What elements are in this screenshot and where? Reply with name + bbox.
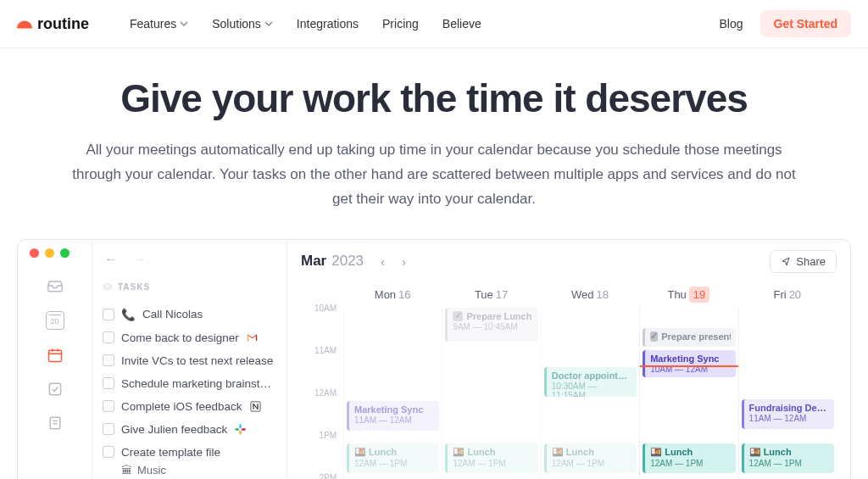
nav-features[interactable]: Features bbox=[130, 17, 188, 31]
gmail-icon bbox=[246, 331, 259, 344]
window-controls bbox=[30, 248, 70, 258]
task-checkbox[interactable] bbox=[103, 377, 114, 389]
slack-icon bbox=[234, 423, 247, 436]
event-marketing-sync[interactable]: Marketing Sync 10AM — 12AM bbox=[643, 350, 735, 377]
notes-icon[interactable] bbox=[47, 415, 64, 432]
window-close[interactable] bbox=[30, 248, 39, 258]
share-button[interactable]: Share bbox=[770, 250, 837, 273]
logo-icon bbox=[17, 19, 32, 29]
nav-integrations-label: Integrations bbox=[297, 17, 359, 31]
event-lunch[interactable]: 🍱 Lunch 12AM — 1PM bbox=[544, 443, 637, 473]
calendar-icon[interactable] bbox=[47, 347, 64, 364]
nav-links: Features Solutions Integrations Pricing … bbox=[130, 17, 481, 31]
file-icon: 🏛 bbox=[121, 464, 132, 476]
day-header: Tue17 bbox=[442, 288, 540, 308]
event-doctor[interactable]: Doctor appointment 10:30AM — 11:15AM bbox=[544, 367, 637, 397]
calendar-nav: ‹ › bbox=[381, 254, 406, 269]
get-started-button[interactable]: Get Started bbox=[760, 10, 851, 37]
calendar-header: Mar 2023 ‹ › Share bbox=[301, 250, 837, 273]
day-column-mon[interactable]: Marketing Sync 11AM — 12AM 🍱 Lunch 12AM … bbox=[343, 308, 442, 479]
task-checkbox[interactable] bbox=[103, 446, 114, 458]
nav-believe[interactable]: Believe bbox=[442, 17, 481, 31]
task-item[interactable]: 📞 Call Nicolas bbox=[101, 303, 278, 326]
svg-rect-0 bbox=[48, 350, 61, 361]
task-item[interactable]: Create template file bbox=[101, 441, 278, 464]
hero-title: Give your work the time it deserves bbox=[68, 75, 800, 121]
check-icon: ✓ bbox=[650, 331, 658, 342]
svg-rect-4 bbox=[49, 383, 60, 394]
tasks-icon[interactable] bbox=[47, 381, 64, 398]
task-checkbox[interactable] bbox=[103, 331, 114, 343]
event-lunch[interactable]: 🍱 Lunch 12AM — 1PM bbox=[445, 443, 537, 473]
window-minimize[interactable] bbox=[45, 248, 54, 258]
calendar-panel: Mar 2023 ‹ › Share Mon16 Tue17 Wed18 Thu… bbox=[287, 240, 850, 479]
event-prepare-presentation[interactable]: ✓Prepare presentat bbox=[643, 328, 735, 347]
day-column-thu[interactable]: ✓Prepare presentat Marketing Sync 10AM —… bbox=[639, 308, 737, 479]
svg-marker-8 bbox=[103, 283, 112, 287]
task-label: Invite VCs to test next release bbox=[121, 354, 273, 367]
share-label: Share bbox=[796, 255, 826, 268]
time-label: 11AM bbox=[301, 346, 343, 388]
hero-subtitle: All your meetings automatically end up t… bbox=[68, 138, 800, 212]
task-subfile[interactable]: 🏛 Music bbox=[101, 464, 278, 476]
task-item[interactable]: Give Julien feedback bbox=[101, 418, 278, 441]
top-nav: routine Features Solutions Integrations … bbox=[0, 0, 868, 48]
task-item[interactable]: Invite VCs to test next release bbox=[101, 349, 278, 372]
nav-right: Blog Get Started bbox=[720, 10, 852, 37]
day-header: Wed18 bbox=[541, 288, 639, 308]
calendar-year: 2023 bbox=[331, 253, 364, 270]
task-label: Call Nicolas bbox=[142, 308, 203, 320]
calendar-grid: 10AM 11AM 12AM 1PM 2PM Marketing Sync 11… bbox=[301, 308, 837, 479]
event-fundraising[interactable]: Fundraising Definition 11AM — 12AM bbox=[742, 399, 834, 429]
today-icon[interactable]: 20 bbox=[46, 311, 64, 330]
event-prepare-lunch[interactable]: ✓Prepare Lunch 9AM — 10:45AM bbox=[445, 308, 537, 342]
day-column-fri[interactable]: Fundraising Definition 11AM — 12AM 🍱 Lun… bbox=[738, 308, 837, 479]
calendar-month: Mar bbox=[301, 253, 326, 270]
nav-integrations[interactable]: Integrations bbox=[297, 17, 359, 31]
nav-pricing[interactable]: Pricing bbox=[382, 17, 419, 31]
icon-rail: 20 bbox=[18, 240, 92, 479]
task-checkbox[interactable] bbox=[103, 400, 114, 412]
tasks-nav: ← → bbox=[101, 252, 278, 267]
time-label: 1PM bbox=[301, 431, 343, 473]
task-checkbox[interactable] bbox=[103, 309, 114, 320]
next-week-button[interactable]: › bbox=[402, 254, 406, 269]
back-icon[interactable]: ← bbox=[104, 252, 118, 267]
nav-pricing-label: Pricing bbox=[382, 17, 419, 31]
time-label: 10AM bbox=[301, 304, 343, 346]
day-header: Fri20 bbox=[738, 288, 837, 308]
event-lunch[interactable]: 🍱 Lunch 12AM — 1PM bbox=[347, 443, 439, 473]
forward-icon[interactable]: → bbox=[133, 252, 147, 267]
event-lunch[interactable]: 🍱 Lunch 12AM — 1PM bbox=[742, 443, 834, 473]
event-marketing-sync[interactable]: Marketing Sync 11AM — 12AM bbox=[347, 401, 439, 431]
chevron-down-icon bbox=[264, 19, 273, 28]
task-checkbox[interactable] bbox=[103, 423, 114, 435]
share-icon bbox=[781, 256, 791, 266]
layers-icon bbox=[103, 282, 113, 292]
chevron-down-icon bbox=[180, 19, 188, 28]
task-item[interactable]: Complete iOS feedback bbox=[101, 395, 278, 418]
task-item[interactable]: Schedule marketing brainstor... bbox=[101, 372, 278, 395]
nav-blog[interactable]: Blog bbox=[720, 17, 743, 31]
svg-rect-5 bbox=[50, 417, 60, 428]
time-column: 10AM 11AM 12AM 1PM 2PM bbox=[301, 308, 343, 479]
calendar-day-headers: Mon16 Tue17 Wed18 Thu19 Fri20 bbox=[301, 288, 837, 308]
day-column-wed[interactable]: Doctor appointment 10:30AM — 11:15AM 🍱 L… bbox=[541, 308, 639, 479]
svg-rect-10 bbox=[240, 424, 242, 428]
logo[interactable]: routine bbox=[17, 15, 89, 33]
nav-features-label: Features bbox=[130, 17, 176, 31]
day-column-tue[interactable]: ✓Prepare Lunch 9AM — 10:45AM 🍱 Lunch 12A… bbox=[442, 308, 540, 479]
event-lunch[interactable]: 🍱 Lunch 12AM — 1PM bbox=[643, 443, 735, 473]
check-icon: ✓ bbox=[453, 311, 463, 321]
prev-week-button[interactable]: ‹ bbox=[381, 254, 385, 269]
notion-icon bbox=[249, 400, 262, 413]
task-item[interactable]: Come back to designer bbox=[101, 326, 278, 349]
subfile-label: Music bbox=[137, 464, 166, 476]
nav-solutions[interactable]: Solutions bbox=[212, 17, 273, 31]
task-checkbox[interactable] bbox=[103, 354, 114, 366]
task-label: Schedule marketing brainstor... bbox=[121, 377, 276, 390]
app-window: 20 ← → TASKS 📞 Call Nicolas Come back to… bbox=[17, 239, 851, 479]
window-maximize[interactable] bbox=[60, 248, 70, 258]
inbox-icon[interactable] bbox=[47, 277, 64, 294]
day-header: Mon16 bbox=[343, 288, 442, 308]
